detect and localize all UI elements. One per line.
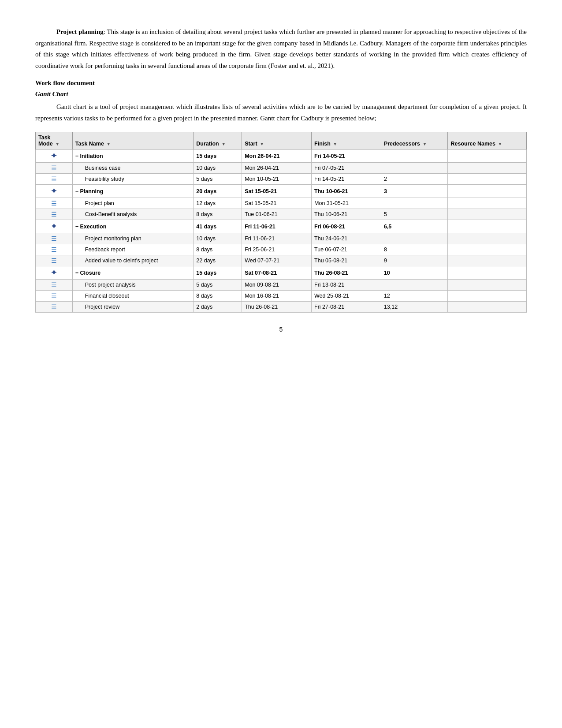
cell-finish: Fri 14-05-21 bbox=[312, 149, 381, 163]
cell-duration: 8 days bbox=[194, 209, 242, 220]
cell-duration: 2 days bbox=[194, 302, 242, 313]
cell-start: Sat 07-08-21 bbox=[242, 266, 312, 280]
task-icon: ☰ bbox=[51, 257, 57, 264]
cell-task-mode: ☰ bbox=[36, 244, 73, 255]
cell-resource-names bbox=[448, 174, 527, 185]
cell-resource-names bbox=[448, 244, 527, 255]
cell-task-name: − Initiation bbox=[72, 149, 194, 163]
cell-resource-names bbox=[448, 185, 527, 198]
th-resource-names-filter[interactable]: ▼ bbox=[498, 142, 502, 146]
cell-task-name: Project review bbox=[72, 302, 194, 313]
table-row: ☰Feasibility study5 daysMon 10-05-21Fri … bbox=[36, 174, 527, 185]
cell-predecessors: 9 bbox=[381, 255, 448, 266]
cell-predecessors bbox=[381, 163, 448, 174]
table-row: ✦− Planning20 daysSat 15-05-21Thu 10-06-… bbox=[36, 185, 527, 198]
cell-start: Thu 26-08-21 bbox=[242, 302, 312, 313]
cell-predecessors bbox=[381, 198, 448, 209]
cell-resource-names bbox=[448, 209, 527, 220]
table-row: ☰Project review2 daysThu 26-08-21Fri 27-… bbox=[36, 302, 527, 313]
cell-start: Wed 07-07-21 bbox=[242, 255, 312, 266]
cell-finish: Mon 31-05-21 bbox=[312, 198, 381, 209]
section-subheading-gantt: Gantt Chart bbox=[35, 90, 527, 98]
table-row: ☰Cost-Benefit analysis8 daysTue 01-06-21… bbox=[36, 209, 527, 220]
cell-duration: 8 days bbox=[194, 244, 242, 255]
cell-task-mode: ☰ bbox=[36, 280, 73, 291]
th-predecessors-filter[interactable]: ▼ bbox=[422, 142, 427, 146]
cell-task-mode: ☰ bbox=[36, 291, 73, 302]
cell-predecessors: 3 bbox=[381, 185, 448, 198]
cell-task-name: Cost-Benefit analysis bbox=[72, 209, 194, 220]
task-icon: ☰ bbox=[51, 175, 57, 183]
cell-start: Mon 16-08-21 bbox=[242, 291, 312, 302]
task-icon: ☰ bbox=[51, 200, 57, 207]
cell-predecessors: 13,12 bbox=[381, 302, 448, 313]
cell-predecessors: 5 bbox=[381, 209, 448, 220]
cell-duration: 12 days bbox=[194, 198, 242, 209]
cell-task-name: Project plan bbox=[72, 198, 194, 209]
cell-duration: 10 days bbox=[194, 233, 242, 244]
cell-duration: 5 days bbox=[194, 174, 242, 185]
task-icon: ☰ bbox=[51, 211, 57, 218]
cell-finish: Thu 10-06-21 bbox=[312, 209, 381, 220]
cell-predecessors: 8 bbox=[381, 244, 448, 255]
cell-start: Fri 11-06-21 bbox=[242, 220, 312, 233]
cell-resource-names bbox=[448, 198, 527, 209]
cell-task-mode: ☰ bbox=[36, 302, 73, 313]
summary-icon: ✦ bbox=[51, 187, 57, 196]
gantt-chart-table: TaskMode ▼ Task Name ▼ Duration ▼ Start … bbox=[35, 132, 527, 313]
cell-predecessors: 2 bbox=[381, 174, 448, 185]
cell-task-name: Financial closeout bbox=[72, 291, 194, 302]
cell-start: Mon 10-05-21 bbox=[242, 174, 312, 185]
cell-predecessors: 10 bbox=[381, 266, 448, 280]
cell-resource-names bbox=[448, 149, 527, 163]
cell-start: Fri 11-06-21 bbox=[242, 233, 312, 244]
cell-finish: Fri 13-08-21 bbox=[312, 280, 381, 291]
cell-resource-names bbox=[448, 266, 527, 280]
th-task-name-filter[interactable]: ▼ bbox=[106, 142, 111, 146]
cell-finish: Fri 07-05-21 bbox=[312, 163, 381, 174]
th-duration: Duration ▼ bbox=[194, 132, 242, 149]
table-row: ☰Added value to cleint's project22 daysW… bbox=[36, 255, 527, 266]
table-row: ✦− Execution41 daysFri 11-06-21Fri 06-08… bbox=[36, 220, 527, 233]
th-task-mode: TaskMode ▼ bbox=[36, 132, 73, 149]
cell-finish: Tue 06-07-21 bbox=[312, 244, 381, 255]
cell-predecessors bbox=[381, 280, 448, 291]
cell-duration: 5 days bbox=[194, 280, 242, 291]
cell-duration: 20 days bbox=[194, 185, 242, 198]
section-heading-workflow: Work flow document bbox=[35, 79, 527, 87]
cell-start: Sat 15-05-21 bbox=[242, 198, 312, 209]
cell-resource-names bbox=[448, 255, 527, 266]
th-predecessors: Predecessors ▼ bbox=[381, 132, 448, 149]
cell-start: Tue 01-06-21 bbox=[242, 209, 312, 220]
cell-predecessors bbox=[381, 149, 448, 163]
table-row: ✦− Initiation15 daysMon 26-04-21Fri 14-0… bbox=[36, 149, 527, 163]
paragraph-gantt-intro: Gantt chart is a tool of project managem… bbox=[35, 101, 527, 124]
task-icon: ☰ bbox=[51, 246, 57, 253]
table-row: ☰Business case10 daysMon 26-04-21Fri 07-… bbox=[36, 163, 527, 174]
cell-duration: 41 days bbox=[194, 220, 242, 233]
cell-start: Mon 26-04-21 bbox=[242, 149, 312, 163]
table-row: ☰Financial closeout8 daysMon 16-08-21Wed… bbox=[36, 291, 527, 302]
task-icon: ☰ bbox=[51, 303, 57, 310]
th-duration-filter[interactable]: ▼ bbox=[221, 142, 226, 146]
cell-resource-names bbox=[448, 280, 527, 291]
cell-task-name: Feedback report bbox=[72, 244, 194, 255]
cell-task-mode: ☰ bbox=[36, 163, 73, 174]
cell-duration: 15 days bbox=[194, 266, 242, 280]
th-finish-filter[interactable]: ▼ bbox=[333, 142, 337, 146]
summary-icon: ✦ bbox=[51, 222, 57, 231]
cell-task-mode: ☰ bbox=[36, 209, 73, 220]
th-start-filter[interactable]: ▼ bbox=[260, 142, 264, 146]
cell-predecessors bbox=[381, 233, 448, 244]
cell-start: Mon 09-08-21 bbox=[242, 280, 312, 291]
task-icon: ☰ bbox=[51, 164, 57, 172]
th-start: Start ▼ bbox=[242, 132, 312, 149]
paragraph-project-planning: Project planning: This stage is an inclu… bbox=[35, 26, 527, 71]
th-task-mode-filter[interactable]: ▼ bbox=[55, 142, 60, 146]
cell-task-mode: ✦ bbox=[36, 185, 73, 198]
cell-task-mode: ☰ bbox=[36, 233, 73, 244]
cell-resource-names bbox=[448, 220, 527, 233]
cell-task-name: Feasibility study bbox=[72, 174, 194, 185]
cell-task-mode: ✦ bbox=[36, 149, 73, 163]
th-resource-names: Resource Names ▼ bbox=[448, 132, 527, 149]
